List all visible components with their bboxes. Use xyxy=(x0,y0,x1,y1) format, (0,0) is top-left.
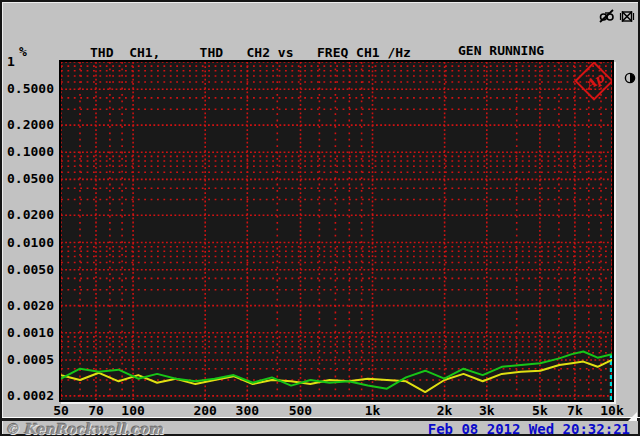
datetime-display: Feb 08 2012 Wed 20:32:21 xyxy=(428,421,630,436)
y-axis-tick-label: 0.1000 xyxy=(7,145,54,159)
x-axis-tick-label: 500 xyxy=(289,404,312,418)
x-axis-tick-label: 100 xyxy=(121,404,144,418)
graph-canvas: Ap xyxy=(61,62,612,400)
speaker-crossed-icon[interactable] xyxy=(619,9,635,28)
trace-thd-ch1 xyxy=(61,352,612,389)
x-axis-tick-label: 50 xyxy=(53,404,69,418)
x-axis-tick-label: 10k xyxy=(600,404,623,418)
x-axis-tick-label: 5k xyxy=(532,404,548,418)
y-axis-tick-label: 0.0050 xyxy=(7,263,54,277)
resize-grip[interactable] xyxy=(628,412,637,421)
analyzer-window: GEN RUNNING ANL WAIT FOR TRIG SWP CONT R… xyxy=(0,0,640,436)
x-axis-tick-label: 200 xyxy=(193,404,216,418)
y-axis-tick-label: 0.0002 xyxy=(7,389,54,403)
y-axis-tick-label: 0.5000 xyxy=(7,82,54,96)
x-axis-tick-label: 3k xyxy=(479,404,495,418)
y-axis-tick-label: 0.0005 xyxy=(7,353,54,367)
toolbar-icons xyxy=(599,9,635,28)
x-axis-tick-label: 70 xyxy=(88,404,104,418)
y-axis-tick-label: 0.0100 xyxy=(7,236,54,250)
y-axis-tick-label: 0.0200 xyxy=(7,208,54,222)
y-axis-unit-label: % xyxy=(19,44,27,59)
half-filled-circle-icon[interactable] xyxy=(624,69,636,88)
y-axis-tick-label: 0.2000 xyxy=(7,118,54,132)
graph-plot-area: Ap xyxy=(59,60,614,402)
x-axis-tick-label: 2k xyxy=(437,404,453,418)
y-axis-tick-label: 0.0010 xyxy=(7,326,54,340)
y-axis-tick-label: 1 xyxy=(7,55,15,69)
ap-logo-icon: Ap xyxy=(576,63,612,100)
generator-status: GEN RUNNING xyxy=(458,43,591,58)
watermark: © KenRockwell.com xyxy=(5,421,163,436)
x-axis-tick-label: 7k xyxy=(567,404,583,418)
y-axis-tick-label: 0.0500 xyxy=(7,172,54,186)
x-axis-tick-label: 300 xyxy=(236,404,259,418)
x-axis-tick-label: 1k xyxy=(365,404,381,418)
binoculars-crossed-icon[interactable] xyxy=(599,9,615,28)
graph-title: THD CH1, THD CH2 vs FREQ CH1 /Hz xyxy=(90,45,411,60)
y-axis-tick-label: 0.0020 xyxy=(7,299,54,313)
